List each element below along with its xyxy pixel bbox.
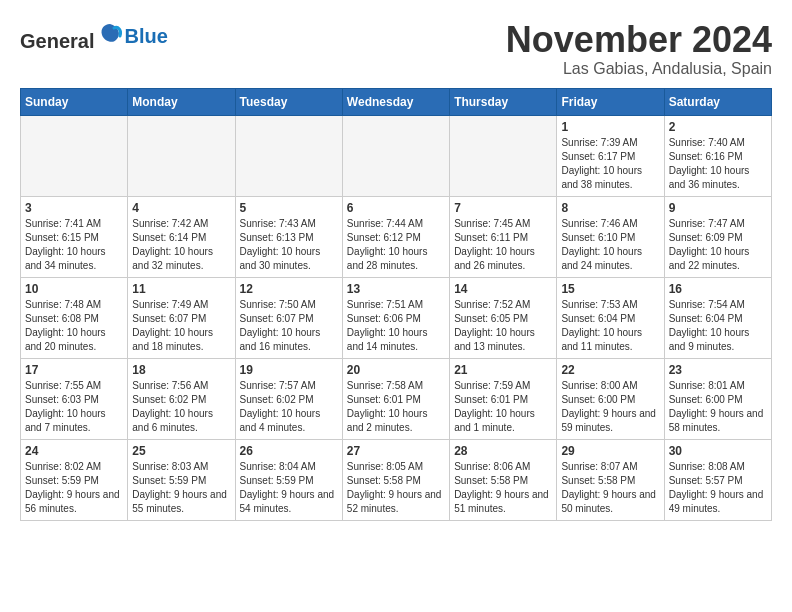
- calendar-cell: 9Sunrise: 7:47 AM Sunset: 6:09 PM Daylig…: [664, 196, 771, 277]
- calendar-cell: 30Sunrise: 8:08 AM Sunset: 5:57 PM Dayli…: [664, 439, 771, 520]
- day-number: 10: [25, 282, 123, 296]
- month-title: November 2024: [506, 20, 772, 60]
- calendar-cell: [450, 115, 557, 196]
- day-number: 20: [347, 363, 445, 377]
- calendar-header-tuesday: Tuesday: [235, 88, 342, 115]
- day-info: Sunrise: 7:57 AM Sunset: 6:02 PM Dayligh…: [240, 379, 338, 435]
- day-number: 17: [25, 363, 123, 377]
- calendar-cell: 8Sunrise: 7:46 AM Sunset: 6:10 PM Daylig…: [557, 196, 664, 277]
- calendar-cell: 4Sunrise: 7:42 AM Sunset: 6:14 PM Daylig…: [128, 196, 235, 277]
- calendar-cell: 28Sunrise: 8:06 AM Sunset: 5:58 PM Dayli…: [450, 439, 557, 520]
- day-number: 14: [454, 282, 552, 296]
- day-number: 1: [561, 120, 659, 134]
- day-number: 2: [669, 120, 767, 134]
- day-info: Sunrise: 7:48 AM Sunset: 6:08 PM Dayligh…: [25, 298, 123, 354]
- day-info: Sunrise: 7:50 AM Sunset: 6:07 PM Dayligh…: [240, 298, 338, 354]
- day-info: Sunrise: 7:43 AM Sunset: 6:13 PM Dayligh…: [240, 217, 338, 273]
- calendar-week-3: 17Sunrise: 7:55 AM Sunset: 6:03 PM Dayli…: [21, 358, 772, 439]
- logo-general: General: [20, 30, 94, 52]
- day-info: Sunrise: 8:04 AM Sunset: 5:59 PM Dayligh…: [240, 460, 338, 516]
- calendar-cell: 19Sunrise: 7:57 AM Sunset: 6:02 PM Dayli…: [235, 358, 342, 439]
- calendar-cell: 18Sunrise: 7:56 AM Sunset: 6:02 PM Dayli…: [128, 358, 235, 439]
- day-number: 25: [132, 444, 230, 458]
- calendar-week-4: 24Sunrise: 8:02 AM Sunset: 5:59 PM Dayli…: [21, 439, 772, 520]
- calendar-cell: 7Sunrise: 7:45 AM Sunset: 6:11 PM Daylig…: [450, 196, 557, 277]
- day-info: Sunrise: 7:52 AM Sunset: 6:05 PM Dayligh…: [454, 298, 552, 354]
- calendar-week-1: 3Sunrise: 7:41 AM Sunset: 6:15 PM Daylig…: [21, 196, 772, 277]
- day-info: Sunrise: 8:00 AM Sunset: 6:00 PM Dayligh…: [561, 379, 659, 435]
- day-info: Sunrise: 7:45 AM Sunset: 6:11 PM Dayligh…: [454, 217, 552, 273]
- calendar-cell: 5Sunrise: 7:43 AM Sunset: 6:13 PM Daylig…: [235, 196, 342, 277]
- calendar-cell: 24Sunrise: 8:02 AM Sunset: 5:59 PM Dayli…: [21, 439, 128, 520]
- day-info: Sunrise: 7:47 AM Sunset: 6:09 PM Dayligh…: [669, 217, 767, 273]
- day-info: Sunrise: 7:54 AM Sunset: 6:04 PM Dayligh…: [669, 298, 767, 354]
- day-number: 28: [454, 444, 552, 458]
- calendar-cell: 20Sunrise: 7:58 AM Sunset: 6:01 PM Dayli…: [342, 358, 449, 439]
- day-info: Sunrise: 7:56 AM Sunset: 6:02 PM Dayligh…: [132, 379, 230, 435]
- day-number: 8: [561, 201, 659, 215]
- day-info: Sunrise: 8:01 AM Sunset: 6:00 PM Dayligh…: [669, 379, 767, 435]
- logo-blue: Blue: [124, 25, 167, 47]
- day-number: 6: [347, 201, 445, 215]
- calendar-cell: 21Sunrise: 7:59 AM Sunset: 6:01 PM Dayli…: [450, 358, 557, 439]
- calendar-cell: 22Sunrise: 8:00 AM Sunset: 6:00 PM Dayli…: [557, 358, 664, 439]
- calendar-cell: [342, 115, 449, 196]
- calendar-cell: 2Sunrise: 7:40 AM Sunset: 6:16 PM Daylig…: [664, 115, 771, 196]
- day-number: 30: [669, 444, 767, 458]
- day-info: Sunrise: 8:05 AM Sunset: 5:58 PM Dayligh…: [347, 460, 445, 516]
- title-area: November 2024 Las Gabias, Andalusia, Spa…: [506, 20, 772, 78]
- day-number: 16: [669, 282, 767, 296]
- calendar-header-friday: Friday: [557, 88, 664, 115]
- day-number: 27: [347, 444, 445, 458]
- location-subtitle: Las Gabias, Andalusia, Spain: [506, 60, 772, 78]
- calendar-cell: 29Sunrise: 8:07 AM Sunset: 5:58 PM Dayli…: [557, 439, 664, 520]
- calendar-cell: 27Sunrise: 8:05 AM Sunset: 5:58 PM Dayli…: [342, 439, 449, 520]
- calendar-cell: 1Sunrise: 7:39 AM Sunset: 6:17 PM Daylig…: [557, 115, 664, 196]
- day-number: 9: [669, 201, 767, 215]
- day-info: Sunrise: 7:41 AM Sunset: 6:15 PM Dayligh…: [25, 217, 123, 273]
- day-number: 5: [240, 201, 338, 215]
- day-info: Sunrise: 7:42 AM Sunset: 6:14 PM Dayligh…: [132, 217, 230, 273]
- calendar-cell: 25Sunrise: 8:03 AM Sunset: 5:59 PM Dayli…: [128, 439, 235, 520]
- day-info: Sunrise: 8:06 AM Sunset: 5:58 PM Dayligh…: [454, 460, 552, 516]
- day-number: 23: [669, 363, 767, 377]
- day-number: 18: [132, 363, 230, 377]
- day-info: Sunrise: 7:59 AM Sunset: 6:01 PM Dayligh…: [454, 379, 552, 435]
- calendar-table: SundayMondayTuesdayWednesdayThursdayFrid…: [20, 88, 772, 521]
- day-info: Sunrise: 7:58 AM Sunset: 6:01 PM Dayligh…: [347, 379, 445, 435]
- day-number: 13: [347, 282, 445, 296]
- day-info: Sunrise: 7:39 AM Sunset: 6:17 PM Dayligh…: [561, 136, 659, 192]
- day-number: 29: [561, 444, 659, 458]
- calendar-cell: [21, 115, 128, 196]
- calendar-header-saturday: Saturday: [664, 88, 771, 115]
- calendar-week-2: 10Sunrise: 7:48 AM Sunset: 6:08 PM Dayli…: [21, 277, 772, 358]
- day-info: Sunrise: 7:49 AM Sunset: 6:07 PM Dayligh…: [132, 298, 230, 354]
- day-info: Sunrise: 7:55 AM Sunset: 6:03 PM Dayligh…: [25, 379, 123, 435]
- logo-icon: [96, 20, 124, 48]
- calendar-cell: 23Sunrise: 8:01 AM Sunset: 6:00 PM Dayli…: [664, 358, 771, 439]
- day-info: Sunrise: 8:03 AM Sunset: 5:59 PM Dayligh…: [132, 460, 230, 516]
- day-number: 3: [25, 201, 123, 215]
- day-info: Sunrise: 7:53 AM Sunset: 6:04 PM Dayligh…: [561, 298, 659, 354]
- day-info: Sunrise: 7:40 AM Sunset: 6:16 PM Dayligh…: [669, 136, 767, 192]
- calendar-cell: 11Sunrise: 7:49 AM Sunset: 6:07 PM Dayli…: [128, 277, 235, 358]
- day-number: 4: [132, 201, 230, 215]
- day-info: Sunrise: 7:46 AM Sunset: 6:10 PM Dayligh…: [561, 217, 659, 273]
- day-info: Sunrise: 8:07 AM Sunset: 5:58 PM Dayligh…: [561, 460, 659, 516]
- day-number: 26: [240, 444, 338, 458]
- day-info: Sunrise: 8:08 AM Sunset: 5:57 PM Dayligh…: [669, 460, 767, 516]
- calendar-cell: 12Sunrise: 7:50 AM Sunset: 6:07 PM Dayli…: [235, 277, 342, 358]
- day-number: 19: [240, 363, 338, 377]
- header: General Blue November 2024 Las Gabias, A…: [20, 20, 772, 78]
- day-info: Sunrise: 7:44 AM Sunset: 6:12 PM Dayligh…: [347, 217, 445, 273]
- calendar-cell: 14Sunrise: 7:52 AM Sunset: 6:05 PM Dayli…: [450, 277, 557, 358]
- calendar-cell: [128, 115, 235, 196]
- logo: General Blue: [20, 20, 168, 53]
- day-number: 22: [561, 363, 659, 377]
- day-info: Sunrise: 7:51 AM Sunset: 6:06 PM Dayligh…: [347, 298, 445, 354]
- calendar-cell: [235, 115, 342, 196]
- calendar-cell: 13Sunrise: 7:51 AM Sunset: 6:06 PM Dayli…: [342, 277, 449, 358]
- calendar-header-monday: Monday: [128, 88, 235, 115]
- calendar-cell: 15Sunrise: 7:53 AM Sunset: 6:04 PM Dayli…: [557, 277, 664, 358]
- calendar-body: 1Sunrise: 7:39 AM Sunset: 6:17 PM Daylig…: [21, 115, 772, 520]
